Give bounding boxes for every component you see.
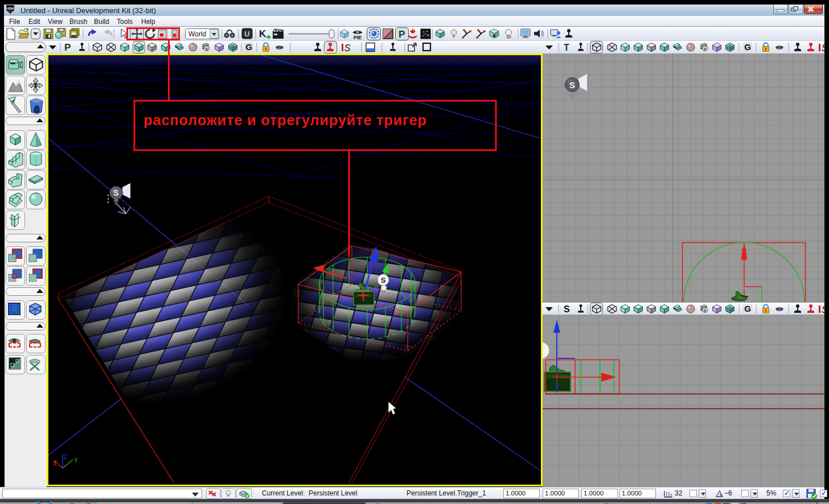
svg-text:S: S [113, 188, 118, 197]
svg-text:P: P [64, 42, 71, 53]
svg-text:S: S [569, 80, 575, 90]
svg-text:Z: Z [64, 454, 67, 460]
svg-text:X: X [53, 461, 57, 467]
svg-text:S: S [564, 304, 570, 314]
svg-text:S: S [381, 276, 386, 284]
svg-text:K: K [259, 28, 266, 39]
svg-text:расположите и отрегулируйте тр: расположите и отрегулируйте тригер [143, 112, 427, 128]
svg-text:U: U [244, 30, 249, 38]
svg-text:T: T [34, 81, 38, 90]
svg-text:World: World [188, 30, 206, 38]
svg-text:PIE: PIE [354, 35, 362, 40]
svg-text:Y: Y [74, 457, 78, 464]
svg-text:P: P [399, 29, 405, 40]
svg-text:UDK: UDK [7, 7, 15, 10]
svg-text:T: T [564, 43, 569, 52]
